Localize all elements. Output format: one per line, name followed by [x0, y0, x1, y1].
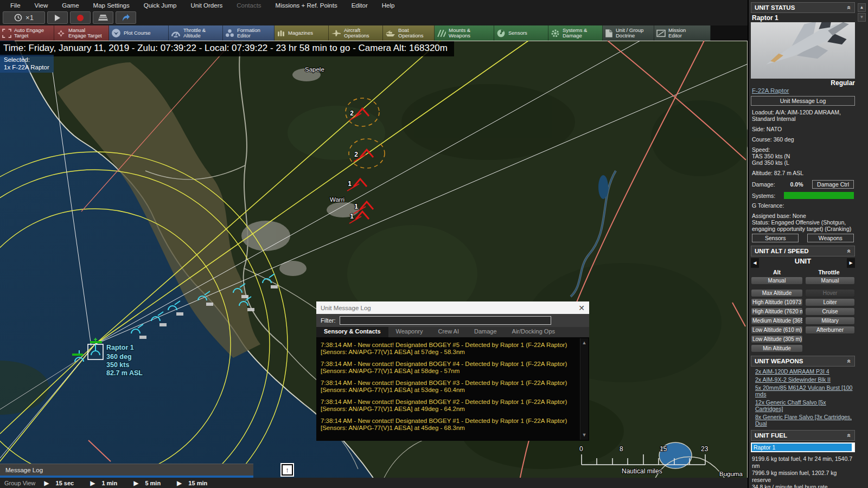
menu-map-settings[interactable]: Map Settings	[86, 2, 137, 9]
svg-text:82.7 m ASL: 82.7 m ASL	[106, 369, 143, 377]
sensors-panel-button[interactable]: Sensors	[752, 234, 799, 242]
map-label-sapele: Sapele	[305, 66, 324, 73]
throttle-cruise-button[interactable]: Cruise	[805, 307, 855, 316]
tab-weaponry[interactable]: Weaponry	[388, 327, 431, 337]
alt-min-button[interactable]: Min Altitude	[751, 344, 803, 352]
scroll-up-icon[interactable]: ▲	[858, 3, 866, 12]
aircraft-operations-button[interactable]: AircraftOperations	[329, 25, 383, 41]
aircraft-type-link[interactable]: F-22A Raptor	[752, 87, 789, 94]
play-step-icon[interactable]: ▶	[133, 479, 138, 487]
plot-course-button[interactable]: Plot Course	[109, 25, 169, 41]
throttle-loiter-button[interactable]: Loiter	[805, 298, 855, 306]
scroll-down-icon[interactable]: ▼	[858, 13, 866, 22]
play-step-icon[interactable]: ▶	[90, 479, 95, 487]
menu-help[interactable]: Help	[375, 2, 402, 9]
throttle-manual-button[interactable]: Manual	[805, 277, 855, 285]
jump-button[interactable]	[116, 11, 136, 24]
unit-group-doctrine-button[interactable]: Unit / GroupDoctrine	[603, 25, 654, 41]
unit-message-log-button[interactable]: Unit Message Log	[751, 96, 855, 106]
dialog-titlebar[interactable]: Unit Message Log ✕	[316, 301, 589, 314]
record-button[interactable]	[70, 11, 91, 24]
fuel-unit-row[interactable]: Raptor 1	[752, 444, 852, 451]
alt-low2-button[interactable]: Low Altitude (305 m)	[751, 335, 803, 343]
collapse-icon[interactable]: «	[846, 249, 853, 253]
collapse-icon[interactable]: «	[846, 359, 853, 363]
unit-weapons-header[interactable]: UNIT WEAPONS «	[751, 356, 855, 367]
weapon-link-sidewinder[interactable]: 2x AIM-9X-2 Sidewinder Blk II	[755, 376, 855, 383]
interval-15min[interactable]: 15 min	[188, 480, 207, 486]
weapon-link-flare[interactable]: 8x Generic Flare Salvo [3x Cartridges, D…	[755, 414, 855, 427]
alt-max-button[interactable]: Max Altitude	[751, 289, 803, 297]
throttle-afterburner-button[interactable]: Afterburner	[805, 326, 855, 334]
prev-unit-button[interactable]: ◄	[751, 258, 759, 268]
play-button[interactable]	[47, 11, 68, 24]
tab-damage[interactable]: Damage	[467, 327, 505, 337]
tab-air-docking-ops[interactable]: Air/Docking Ops	[505, 327, 563, 337]
weapons-panel-button[interactable]: Weapons	[807, 234, 854, 242]
alt-low1-button[interactable]: Low Altitude (610 m)	[751, 326, 803, 334]
menu-missions-ref-points[interactable]: Missions + Ref. Points	[269, 2, 344, 9]
message-log-bar[interactable]: Message Log	[0, 464, 253, 476]
sensors-button[interactable]: Sensors	[494, 25, 548, 41]
interval-5min[interactable]: 5 min	[145, 480, 161, 486]
systems-damage-button[interactable]: Systems &Damage	[548, 25, 603, 41]
record-icon	[77, 15, 84, 21]
fuel-unit-list[interactable]: Raptor 1	[751, 442, 855, 452]
scroll-up-icon[interactable]: ▲	[582, 339, 587, 346]
unit-fuel-header[interactable]: UNIT FUEL «	[751, 430, 855, 441]
alt-manual-button[interactable]: Manual	[751, 277, 803, 285]
time-compression-button[interactable]: ×1	[3, 11, 45, 24]
mounts-weapons-button[interactable]: Mounts &Weapons	[435, 25, 494, 41]
svg-text:350 kts: 350 kts	[106, 361, 129, 369]
close-icon[interactable]: ✕	[578, 304, 585, 312]
next-unit-button[interactable]: ►	[847, 258, 855, 268]
throttle-altitude-button[interactable]: Throttle &Altitude	[169, 25, 223, 41]
unit-alt-speed-header[interactable]: UNIT ALT / SPEED «	[751, 246, 855, 256]
layers-button[interactable]	[93, 11, 113, 24]
manual-engage-target-button[interactable]: ManualEngage Target	[54, 25, 109, 41]
log-message: 7:38:14 AM - New contact! Designated BOG…	[321, 361, 576, 375]
throttle-military-button[interactable]: Military	[805, 317, 855, 325]
scroll-down-icon[interactable]: ▼	[582, 432, 587, 439]
menu-unit-orders[interactable]: Unit Orders	[183, 2, 229, 9]
play-step-icon[interactable]: ▶	[177, 479, 182, 487]
boat-operations-button[interactable]: BoatOperations	[383, 25, 435, 41]
expand-message-log-button[interactable]: ↑	[282, 464, 293, 476]
collapse-icon[interactable]: «	[846, 6, 853, 10]
unit-info: Loadout: A/A: AIM-120D AMRAAM, Standard …	[751, 109, 855, 176]
collapse-icon[interactable]: «	[846, 434, 853, 438]
weapons-list: 2x AIM-120D AMRAAM P3I 4 2x AIM-9X-2 Sid…	[751, 368, 855, 427]
auto-engage-target-button[interactable]: Auto EngageTarget	[0, 25, 54, 41]
alt-medium-button[interactable]: Medium Altitude (3658	[751, 317, 803, 325]
alt-high1-button[interactable]: High Altitude (10973 m	[751, 298, 803, 306]
weapon-link-vulcan[interactable]: 5x 20mm/85 M61A2 Vulcan Burst [100 rnds	[755, 384, 855, 397]
f22-photo-graphic	[751, 22, 855, 79]
filter-input[interactable]	[340, 316, 552, 325]
weapon-link-chaff[interactable]: 12x Generic Chaff Salvo [5x Cartridges]	[755, 399, 855, 412]
tab-sensory-contacts[interactable]: Sensory & Contacts	[316, 327, 388, 337]
alt-high2-button[interactable]: High Altitude (7620 m)	[751, 307, 803, 316]
magazines-button[interactable]: Magazines	[275, 25, 329, 41]
group-view-label[interactable]: Group View	[4, 480, 35, 486]
dialog-scrollbar[interactable]: ▲ ▼	[580, 338, 588, 440]
play-step-icon[interactable]: ▶	[44, 479, 49, 487]
sidebar-scrollbar[interactable]: ▲ ▼	[858, 3, 866, 23]
dialog-title: Unit Message Log	[321, 305, 371, 311]
throttle-altitude-icon	[171, 29, 181, 37]
weapon-link-amraam[interactable]: 2x AIM-120D AMRAAM P3I 4	[755, 368, 855, 375]
mission-editor-button[interactable]: MissionEditor	[654, 25, 711, 41]
course-text: Course: 360 deg	[752, 136, 854, 143]
manual-engage-icon	[56, 29, 66, 38]
svg-text:0: 0	[579, 445, 583, 453]
formation-editor-button[interactable]: FormationEditor	[223, 25, 275, 41]
menu-file[interactable]: File	[3, 2, 28, 9]
interval-15sec[interactable]: 15 sec	[56, 480, 74, 486]
menu-editor[interactable]: Editor	[344, 2, 375, 9]
damage-ctrl-button[interactable]: Damage Ctrl	[812, 180, 854, 189]
unit-status-header[interactable]: UNIT STATUS «	[751, 2, 855, 13]
menu-game[interactable]: Game	[55, 2, 86, 9]
menu-quick-jump[interactable]: Quick Jump	[137, 2, 184, 9]
interval-1min[interactable]: 1 min	[101, 480, 117, 486]
tab-crew-ai[interactable]: Crew AI	[430, 327, 467, 337]
menu-view[interactable]: View	[28, 2, 55, 9]
